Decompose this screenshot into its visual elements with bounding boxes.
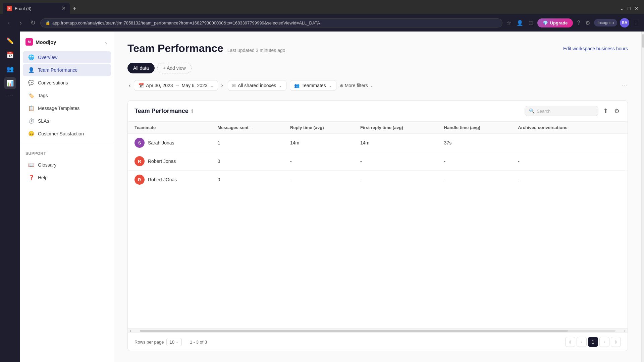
cell-first-reply-sarah: 14m (354, 134, 437, 152)
rows-per-page-select[interactable]: 10 ⌄ (166, 338, 181, 346)
scroll-track (140, 330, 615, 332)
cell-messages-robert: 0 (211, 152, 283, 171)
cell-archived-sarah (511, 134, 605, 152)
org-badge: M (25, 38, 33, 46)
toolbar-contacts-icon[interactable]: 👥 (4, 63, 16, 75)
table-info-icon[interactable]: ℹ (191, 108, 193, 114)
sidebar-label-overview: Overview (38, 55, 57, 60)
lock-icon: 🔒 (45, 20, 50, 25)
sort-desc-icon: ↓ (251, 126, 253, 130)
date-range-picker[interactable]: 📅 Apr 30, 2023 → May 6, 2023 ⌄ (134, 80, 218, 91)
add-view-button[interactable]: + Add view (157, 63, 192, 73)
table-settings-button[interactable]: ⚙ (613, 106, 621, 116)
page-title: Team Performance (127, 42, 223, 55)
page-range-info: 1 - 3 of 3 (190, 340, 207, 345)
view-tab-all-data[interactable]: All data (127, 63, 155, 73)
sidebar-item-conversations[interactable]: 💬 Conversations (23, 77, 111, 89)
address-bar[interactable]: 🔒 app.frontapp.com/analytics/team/tim:78… (40, 18, 502, 27)
avatar-robert2: R (135, 175, 145, 185)
scroll-thumb (140, 330, 568, 332)
incognito-badge: Incognito (594, 19, 617, 26)
inbox-filter[interactable]: ✉ All shared inboxes ⌄ (228, 80, 286, 91)
name-sarah: Sarah Jonas (148, 140, 174, 145)
vertical-scrollbar[interactable] (641, 32, 644, 362)
tab-close-button[interactable]: ✕ (61, 6, 66, 11)
extensions-button[interactable]: ⬡ (527, 18, 535, 27)
page-number-button[interactable]: 1 (588, 337, 598, 347)
bookmark-button[interactable]: ☆ (505, 18, 513, 27)
sidebar-item-help[interactable]: ❓ Help (23, 172, 111, 184)
group-filter[interactable]: 👥 Teammates ⌄ (290, 80, 336, 91)
user-avatar[interactable]: SA (620, 18, 629, 27)
upgrade-button[interactable]: 💎 Upgrade (537, 18, 573, 27)
page-prev-button[interactable]: ‹ (577, 337, 587, 347)
rows-select-chevron-icon: ⌄ (176, 340, 179, 344)
back-button[interactable]: ‹ (4, 18, 13, 27)
sidebar-label-team-performance: Team Performance (38, 67, 77, 73)
page-first-button[interactable]: ⟪ (565, 337, 575, 347)
browser-tab-active[interactable]: F Front (4) ✕ (3, 3, 70, 14)
sidebar-item-message-templates[interactable]: 📋 Message Templates (23, 102, 111, 114)
vertical-scrollbar-thumb (642, 34, 644, 48)
search-box[interactable]: 🔍 (525, 106, 598, 116)
page-last-button[interactable]: ⟫ (611, 337, 621, 347)
export-button[interactable]: ⬆ (602, 106, 609, 116)
sidebar: M Moodjoy ⌄ 🌐 Overview 👤 Team Performanc… (20, 32, 114, 362)
cell-handle-robert: - (437, 152, 512, 171)
new-tab-button[interactable]: + (72, 5, 76, 12)
sidebar-item-glossary[interactable]: 📖 Glossary (23, 159, 111, 171)
team-performance-table-section: Team Performance ℹ 🔍 ⬆ ⚙ (127, 100, 628, 351)
more-filters-icon: ⊕ (340, 83, 343, 88)
sidebar-item-slas[interactable]: ⏱️ SLAs (23, 115, 111, 127)
rows-per-page-label: Rows per page (135, 340, 164, 345)
cell-messages-robert2: 0 (211, 171, 283, 189)
date-navigation: ‹ 📅 Apr 30, 2023 → May 6, 2023 ⌄ › (127, 80, 224, 91)
customer-satisfaction-icon: 😊 (28, 131, 35, 137)
date-prev-button[interactable]: ‹ (127, 81, 132, 90)
sidebar-label-conversations: Conversations (38, 80, 68, 85)
overview-icon: 🌐 (28, 54, 35, 60)
more-filters-button[interactable]: ⊕ More filters ⌄ (340, 83, 373, 88)
table-title: Team Performance (135, 108, 189, 115)
settings-browser-button[interactable]: ⚙ (584, 18, 591, 27)
help-button[interactable]: ? (576, 18, 581, 27)
toolbar-more-icon[interactable]: ⋯ (7, 91, 13, 99)
date-next-button[interactable]: › (220, 81, 224, 90)
toolbar-analytics-icon[interactable]: 📊 (4, 77, 16, 89)
inbox-filter-label: All shared inboxes (238, 83, 276, 88)
sidebar-item-customer-satisfaction[interactable]: 😊 Customer Satisfaction (23, 128, 111, 140)
support-section-label: Support (20, 146, 114, 159)
sidebar-label-help: Help (38, 175, 48, 180)
scroll-right-icon[interactable]: › (622, 328, 628, 333)
col-header-teammate: Teammate (128, 122, 211, 134)
sidebar-item-team-performance[interactable]: 👤 Team Performance (23, 64, 111, 76)
toolbar-calendar-icon[interactable]: 📅 (4, 49, 16, 61)
col-header-messages-sent[interactable]: Messages sent ↓ (211, 122, 283, 134)
sidebar-item-overview[interactable]: 🌐 Overview (23, 51, 111, 63)
filters-overflow-button[interactable]: ⋯ (622, 82, 628, 89)
page-next-button[interactable]: › (599, 337, 609, 347)
sidebar-label-customer-satisfaction: Customer Satisfaction (38, 131, 84, 136)
more-options-button[interactable]: ⋮ (632, 18, 640, 27)
sidebar-item-tags[interactable]: 🏷️ Tags (23, 89, 111, 102)
cell-archived-robert2: - (511, 171, 605, 189)
avatar-robert: R (135, 156, 145, 166)
org-name[interactable]: M Moodjoy (25, 38, 56, 46)
filters-bar: ‹ 📅 Apr 30, 2023 → May 6, 2023 ⌄ › ✉ All… (127, 80, 628, 91)
table-header-row: Team Performance ℹ 🔍 ⬆ ⚙ (128, 101, 628, 122)
url-text: app.frontapp.com/analytics/team/tim:7858… (52, 20, 497, 25)
rows-per-page-value: 10 (169, 340, 174, 345)
profile-button[interactable]: 👤 (515, 18, 525, 27)
search-input[interactable] (537, 109, 594, 114)
date-end: May 6, 2023 (182, 83, 208, 88)
toolbar-compose-icon[interactable]: ✏️ (4, 35, 16, 47)
cell-teammate-robert2: R Robert JOnas (128, 171, 211, 189)
scroll-left-icon[interactable]: ‹ (128, 328, 133, 333)
cell-teammate-sarah: S Sarah Jonas (128, 134, 211, 152)
edit-workspace-hours-link[interactable]: Edit workspace business hours (563, 46, 628, 51)
sidebar-chevron-icon[interactable]: ⌄ (104, 39, 108, 45)
refresh-button[interactable]: ↻ (28, 18, 38, 27)
table-row: S Sarah Jonas 1 14m 14m 37s ⋯ (128, 134, 628, 152)
horizontal-scrollbar[interactable]: ‹ › (128, 328, 628, 333)
forward-button[interactable]: › (16, 18, 25, 27)
